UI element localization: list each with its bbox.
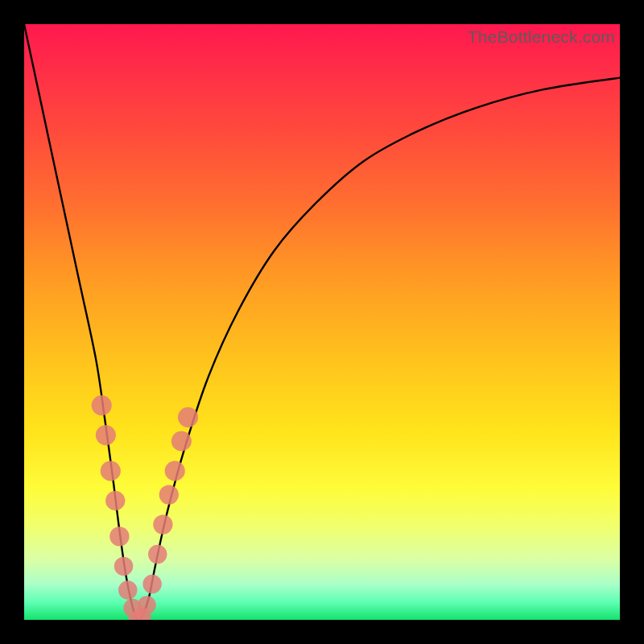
marker-bead <box>92 395 112 415</box>
marker-bead <box>114 557 133 576</box>
marker-bead <box>109 526 129 546</box>
marker-bead <box>171 431 192 451</box>
marker-bead <box>153 514 172 534</box>
chart-frame: TheBottleneck.com <box>0 0 644 644</box>
marker-bead <box>105 491 125 510</box>
marker-bead <box>96 425 116 445</box>
marker-bead <box>165 460 185 481</box>
chart-svg <box>24 24 620 620</box>
marker-bead <box>159 485 179 504</box>
marker-bead <box>101 460 121 481</box>
marker-bead <box>178 407 198 427</box>
marker-bead <box>142 575 161 593</box>
marker-bead <box>148 545 167 564</box>
marker-beads <box>92 395 198 620</box>
chart-plot-area: TheBottleneck.com <box>24 24 620 620</box>
marker-bead <box>118 580 137 599</box>
marker-bead <box>138 596 156 614</box>
